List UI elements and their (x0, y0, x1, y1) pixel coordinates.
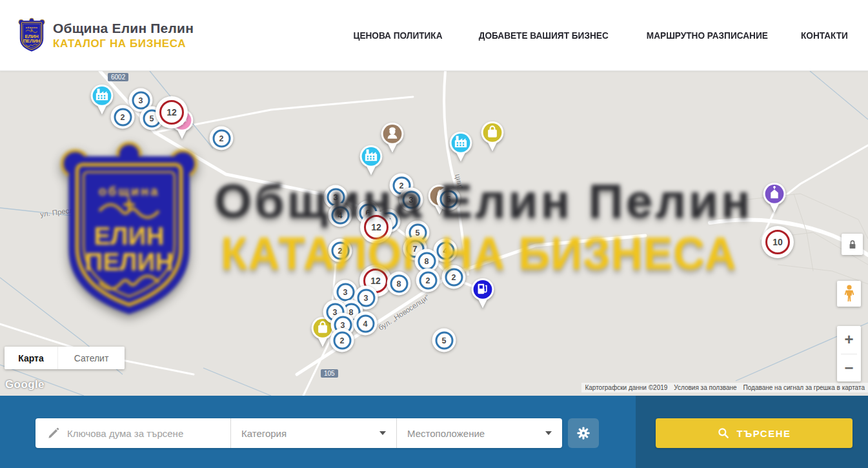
cluster-count: 2 (212, 129, 230, 147)
factory-icon (90, 84, 114, 115)
watermark-crest-line1: ЕЛИН (94, 222, 164, 250)
gear-icon (576, 426, 590, 440)
keyword-section (35, 418, 230, 448)
search-button-label: ТЪРСЕНЕ (736, 428, 791, 439)
search-filter-bar: Категория Местоположение (35, 418, 562, 448)
map-cluster-marker[interactable]: 10 (762, 226, 794, 258)
map-pin-marker-factory[interactable] (359, 145, 383, 176)
pegman-icon (842, 284, 857, 303)
site-subtitle: КАТАЛОГ НА БИЗНЕСА (53, 37, 194, 50)
church-icon (763, 182, 787, 213)
map-type-button[interactable]: Карта (5, 347, 57, 369)
category-select[interactable]: Категория (230, 418, 396, 448)
header: община ЕЛИН ПЕЛИН Община Елин Пелин КАТА… (0, 0, 868, 71)
search-icon (717, 427, 730, 440)
business-map[interactable]: 32512223534671252748128223383342510 (0, 71, 868, 396)
location-select[interactable]: Местоположение (396, 418, 562, 448)
nav-item-pricing-policy[interactable]: ЦЕНОВА ПОЛИТИКА (354, 30, 443, 41)
cluster-count: 3 (336, 283, 354, 301)
crest-top-label: община (26, 25, 38, 28)
watermark-crest-line2: ПЕЛИН (85, 248, 174, 276)
municipality-crest-icon: община ЕЛИН ПЕЛИН (17, 17, 46, 54)
street-view-pegman-button[interactable] (837, 281, 861, 307)
location-select-label: Местоположение (407, 428, 485, 439)
crest-name-line2: ПЕЛИН (23, 38, 41, 44)
map-pin-marker-shopping-bag[interactable] (481, 121, 505, 152)
map-pin-marker-church[interactable] (763, 182, 787, 213)
site-title: Община Елин Пелин (53, 21, 194, 36)
factory-icon (359, 145, 383, 176)
map-cluster-marker[interactable]: 2 (210, 127, 234, 150)
watermark-crest: община ЕЛИН ПЕЛИН (55, 139, 203, 326)
map-pin-marker-factory[interactable] (449, 131, 473, 162)
advanced-search-button[interactable] (568, 418, 599, 448)
map-cluster-marker[interactable]: 5 (432, 329, 456, 352)
keyword-search-input[interactable] (67, 428, 230, 439)
category-select-label: Категория (241, 428, 287, 439)
cluster-count: 2 (333, 331, 351, 349)
road-label: 6002 (108, 73, 128, 81)
map-cluster-marker[interactable]: 2 (111, 105, 135, 129)
map-pin-marker-factory[interactable] (90, 84, 114, 115)
map-data-credit: Картографски данни ©2019 (581, 383, 671, 392)
report-error-link[interactable]: Подаване на сигнал за грешка в картата (740, 383, 868, 392)
site-logo[interactable]: община ЕЛИН ПЕЛИН Община Елин Пелин КАТА… (17, 17, 194, 54)
nav-item-contacts[interactable]: КОНТАКТИ (801, 30, 848, 41)
search-button[interactable]: ТЪРСЕНЕ (656, 418, 853, 448)
cluster-count: 12 (159, 100, 184, 125)
map-pin-marker-worker[interactable] (381, 122, 405, 153)
cluster-count: 4 (356, 314, 374, 332)
watermark-crest-top-label: община (99, 184, 160, 198)
map-type-control: Карта Сателит (5, 347, 125, 369)
watermark-subtitle: КАТАЛОГ НА БИЗНЕСА (221, 227, 737, 280)
chevron-down-icon (545, 431, 552, 435)
map-pin-marker-fuel[interactable] (471, 278, 495, 309)
nav-item-route-schedule[interactable]: МАРШРУТНО РАЗПИСАНИЕ (647, 30, 768, 41)
worker-icon (381, 122, 405, 153)
map-cluster-marker[interactable]: 12 (156, 96, 188, 128)
map-cluster-marker[interactable]: 4 (354, 312, 378, 336)
pencil-icon (47, 427, 59, 440)
map-lock-button[interactable] (842, 234, 863, 255)
zoom-out-button[interactable]: − (837, 354, 861, 382)
terms-link[interactable]: Условия за ползване (671, 383, 740, 392)
chevron-down-icon (379, 431, 386, 435)
nav-item-add-business[interactable]: ДОБАВЕТЕ ВАШИЯТ БИЗНЕС (479, 30, 609, 41)
fuel-icon (471, 278, 495, 309)
google-logo[interactable]: Google (5, 378, 45, 391)
satellite-type-button[interactable]: Сателит (57, 347, 125, 369)
cluster-count: 2 (114, 108, 132, 126)
main-nav: ЦЕНОВА ПОЛИТИКА ДОБАВЕТЕ ВАШИЯТ БИЗНЕС М… (347, 30, 851, 41)
watermark-title: Община Елин Пелин (214, 173, 752, 229)
road-label: 105 (321, 369, 338, 378)
zoom-in-button[interactable]: + (837, 326, 861, 354)
cluster-count: 10 (765, 230, 790, 254)
zoom-control: + − (837, 326, 861, 382)
map-cluster-marker[interactable]: 2 (330, 329, 354, 352)
shopping-bag-icon (481, 121, 505, 152)
factory-icon (449, 131, 473, 162)
cluster-count: 5 (435, 331, 453, 349)
lock-icon (845, 238, 860, 252)
map-attribution: Картографски данни ©2019 Условия за полз… (581, 383, 868, 392)
search-panel: Категория Местоположение ТЪРСЕНЕ (0, 396, 868, 468)
